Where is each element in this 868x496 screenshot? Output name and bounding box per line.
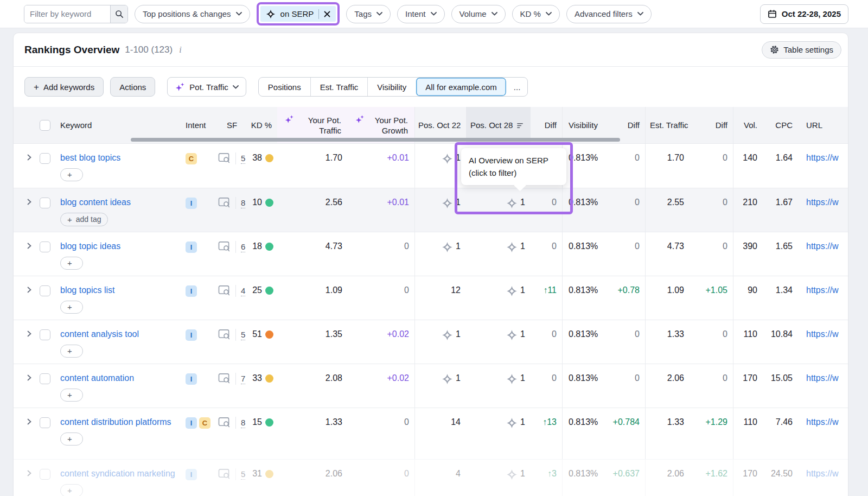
serp-features-icon[interactable] — [218, 417, 231, 428]
keyword-link[interactable]: content automation — [60, 372, 134, 384]
pos-oct28-value[interactable]: 1 — [466, 460, 531, 496]
kd-dropdown[interactable]: KD % — [512, 5, 560, 23]
expand-row-icon[interactable] — [25, 373, 33, 382]
remove-filter-icon[interactable] — [324, 11, 330, 17]
row-checkbox[interactable] — [40, 417, 50, 428]
ai-overview-icon[interactable] — [442, 198, 453, 209]
row-checkbox[interactable] — [40, 329, 50, 340]
advanced-filters-dropdown[interactable]: Advanced filters — [566, 5, 652, 23]
tab-all-for-domain[interactable]: All for example.com — [416, 78, 506, 96]
tags-dropdown[interactable]: Tags — [346, 5, 391, 23]
add-tag-button[interactable]: + — [60, 257, 83, 270]
serp-filter-chip[interactable]: on SERP — [260, 6, 336, 22]
add-tag-button[interactable]: + — [60, 389, 83, 402]
add-tag-button[interactable]: + — [60, 168, 83, 181]
add-tag-button[interactable]: +add tag — [60, 213, 108, 226]
result-url-link[interactable]: https://w — [806, 373, 839, 383]
pos-oct22-value[interactable]: 4 — [414, 460, 466, 496]
serp-features-icon[interactable] — [218, 197, 231, 208]
row-checkbox[interactable] — [40, 198, 50, 208]
keyword-link[interactable]: content syndication marketing — [60, 468, 175, 479]
pos-oct28-value[interactable]: 1 — [466, 188, 531, 232]
tab-visibility[interactable]: Visibility — [367, 78, 416, 96]
serp-features-count[interactable]: 6 — [241, 241, 245, 252]
col-volume[interactable]: Vol. — [733, 107, 763, 143]
expand-row-icon[interactable] — [25, 285, 33, 294]
expand-row-icon[interactable] — [25, 198, 33, 206]
ai-overview-icon[interactable] — [506, 153, 518, 164]
row-checkbox[interactable] — [40, 153, 50, 164]
expand-row-icon[interactable] — [25, 329, 33, 338]
expand-row-icon[interactable] — [25, 469, 33, 478]
result-url-link[interactable]: https://w — [806, 241, 839, 251]
actions-button[interactable]: Actions — [110, 77, 155, 97]
result-url-link[interactable]: https://w — [806, 469, 839, 478]
serp-features-icon[interactable] — [218, 468, 231, 480]
pos-oct28-value[interactable]: 1 — [466, 408, 531, 459]
row-checkbox[interactable] — [40, 373, 50, 384]
keyword-link[interactable]: best blog topics — [60, 152, 120, 163]
keyword-link[interactable]: blog content ideas — [60, 196, 131, 208]
tab-est-traffic[interactable]: Est. Traffic — [310, 78, 368, 96]
pos-oct28-value[interactable]: 1 — [466, 232, 531, 276]
result-url-link[interactable]: https://w — [806, 285, 839, 295]
expand-row-icon[interactable] — [25, 241, 33, 250]
serp-features-count[interactable]: 4 — [241, 285, 245, 296]
pos-oct28-value[interactable]: 1 — [466, 144, 531, 188]
tab-positions[interactable]: Positions — [259, 78, 310, 96]
ai-overview-icon[interactable] — [506, 241, 518, 253]
serp-features-icon[interactable] — [218, 152, 231, 164]
pos-oct22-value[interactable]: 1 — [414, 232, 466, 276]
keyword-link[interactable]: content analysis tool — [60, 328, 139, 340]
col-est-traffic[interactable]: Est. Traffic — [645, 107, 690, 143]
tabs-more-button[interactable]: ... — [506, 78, 528, 96]
ai-overview-icon[interactable] — [506, 469, 518, 480]
keyword-link[interactable]: blog topics list — [60, 284, 115, 296]
col-est-traffic-diff[interactable]: Diff — [690, 107, 733, 143]
serp-features-count[interactable]: 5 — [241, 469, 245, 480]
row-checkbox[interactable] — [40, 285, 50, 296]
serp-features-count[interactable]: 8 — [241, 198, 245, 208]
pos-oct22-value[interactable]: 1 — [414, 364, 466, 408]
row-checkbox[interactable] — [40, 241, 50, 252]
serp-features-count[interactable]: 5 — [241, 153, 245, 164]
ai-overview-icon[interactable] — [442, 329, 453, 341]
intent-dropdown[interactable]: Intent — [397, 5, 445, 23]
keyword-link[interactable]: blog topic ideas — [60, 240, 120, 252]
pos-oct28-value[interactable]: 1 — [466, 320, 531, 364]
pot-traffic-dropdown[interactable]: Pot. Traffic — [167, 77, 246, 97]
pos-oct28-value[interactable]: 1 — [466, 364, 531, 408]
serp-features-count[interactable]: 7 — [241, 373, 245, 384]
col-cpc[interactable]: CPC — [763, 107, 798, 143]
ai-overview-icon[interactable] — [506, 329, 518, 341]
keyword-filter-input[interactable] — [24, 5, 110, 23]
add-keywords-button[interactable]: +Add keywords — [24, 77, 104, 97]
pos-oct22-value[interactable]: 1 — [414, 320, 466, 364]
add-tag-button[interactable]: + — [60, 345, 83, 358]
result-url-link[interactable]: https://w — [806, 198, 839, 207]
row-checkbox[interactable] — [40, 469, 50, 480]
result-url-link[interactable]: https://w — [806, 417, 839, 427]
serp-features-icon[interactable] — [218, 285, 231, 296]
date-range-button[interactable]: Oct 22-28, 2025 — [760, 4, 848, 24]
top-positions-dropdown[interactable]: Top positions & changes — [135, 5, 250, 23]
pos-oct22-value[interactable]: 1 — [414, 144, 466, 188]
ai-overview-icon[interactable] — [442, 153, 453, 164]
serp-features-icon[interactable] — [218, 373, 231, 384]
result-url-link[interactable]: https://w — [806, 153, 839, 162]
ai-overview-icon[interactable] — [442, 373, 453, 385]
ai-overview-icon[interactable] — [506, 285, 518, 297]
keyword-link[interactable]: content distribution platforms — [60, 416, 171, 428]
pos-oct22-value[interactable]: 1 — [414, 188, 466, 232]
search-button[interactable] — [110, 5, 127, 23]
serp-features-icon[interactable] — [218, 241, 231, 252]
expand-row-icon[interactable] — [25, 153, 33, 162]
info-icon[interactable]: i — [179, 45, 181, 55]
serp-features-count[interactable]: 5 — [241, 329, 245, 340]
ai-overview-icon[interactable] — [506, 417, 518, 429]
pos-oct22-value[interactable]: 12 — [414, 276, 466, 320]
add-tag-button[interactable]: + — [60, 433, 83, 446]
ai-overview-icon[interactable] — [506, 373, 518, 385]
pos-oct22-value[interactable]: 14 — [414, 408, 466, 459]
volume-dropdown[interactable]: Volume — [451, 5, 506, 23]
